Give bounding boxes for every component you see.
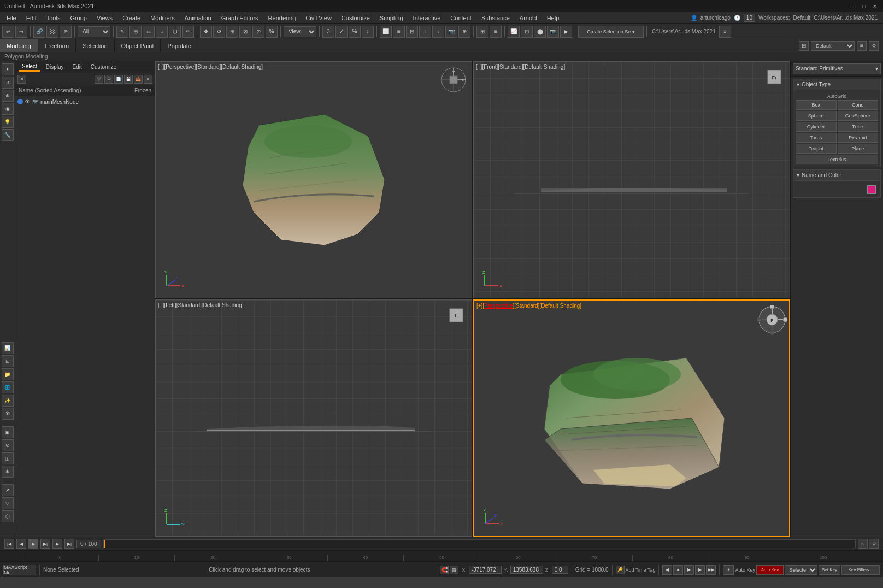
menu-create[interactable]: Create (118, 14, 145, 22)
create-sel-set[interactable]: Create Selection Se ▾ (578, 26, 644, 38)
obj-btn-sphere[interactable]: Sphere (796, 111, 837, 121)
viewport-layout-select[interactable]: View (284, 26, 316, 37)
menu-customize[interactable]: Customize (337, 14, 374, 22)
obj-btn-plane[interactable]: Plane (838, 144, 879, 154)
snap-spinner[interactable]: ↕ (362, 26, 374, 38)
filter-icon[interactable]: ▽ (2, 497, 14, 509)
color-swatch[interactable] (867, 185, 876, 194)
play-btn2[interactable]: ▶ (684, 565, 694, 575)
menu-modifiers[interactable]: Modifiers (146, 14, 179, 22)
tab-populate[interactable]: Populate (161, 39, 198, 52)
menu-animation[interactable]: Animation (180, 14, 216, 22)
obj-btn-cone[interactable]: Cone (838, 100, 879, 110)
scene-settings-btn[interactable]: ⚙ (104, 75, 113, 84)
time-config-btn[interactable]: ⚙ (869, 539, 879, 549)
stack-display[interactable]: ⊞ (799, 41, 809, 51)
rp-section-header-name-color[interactable]: ▾ Name and Color (793, 170, 880, 181)
circular-select[interactable]: ○ (156, 26, 168, 38)
rotate-button[interactable]: ↺ (213, 26, 225, 38)
percent-snap[interactable]: % (266, 26, 278, 38)
render-setup[interactable]: 📷 (547, 26, 559, 38)
prev-key-btn2[interactable]: ◀ (662, 565, 672, 575)
undo-button[interactable]: ↩ (2, 26, 14, 38)
viewport-left-bottom-left[interactable]: [+][Left][Standard][Default Shading] L (155, 299, 472, 537)
stop-btn[interactable]: ■ (673, 565, 683, 575)
coord-y[interactable]: 13583.638 (510, 566, 543, 574)
scene-tab-edit[interactable]: Edit (69, 63, 85, 71)
clone-icon[interactable]: ⬡ (2, 510, 14, 522)
menu-rendering[interactable]: Rendering (264, 14, 301, 22)
select-by-name[interactable]: ⊞ (129, 26, 142, 38)
obj-btn-teapot[interactable]: Teapot (796, 144, 837, 154)
scene-tab-customize[interactable]: Customize (87, 63, 120, 71)
key-filters-btn[interactable]: Key Filters... (841, 565, 880, 575)
play-all-btn2[interactable]: ▶▶ (706, 565, 716, 575)
place-button[interactable]: ⊠ (239, 26, 251, 38)
freeze-icon[interactable]: ❄ (2, 466, 14, 478)
set-flow-dropdown[interactable]: Default (811, 41, 855, 51)
minimize-button[interactable]: — (849, 2, 857, 10)
obj-btn-torus[interactable]: Torus (796, 133, 837, 143)
quick-align[interactable]: ⊟ (406, 26, 418, 38)
scene-new-btn[interactable]: 📄 (114, 75, 123, 84)
next-frame-btn[interactable]: ▶ (52, 539, 62, 549)
isolate-icon[interactable]: ⊙ (2, 439, 14, 451)
maximize-button[interactable]: □ (860, 2, 868, 10)
key-mode-btn[interactable]: K (858, 539, 868, 549)
viewport-perspective-top-left[interactable]: [+][Perspective][Standard][Default Shadi… (155, 61, 472, 298)
tab-selection[interactable]: Selection (76, 39, 114, 52)
key-icon[interactable]: 🔑 (616, 566, 625, 574)
set-key-btn[interactable]: Set Key (819, 565, 840, 575)
environment-icon[interactable]: 🌐 (2, 381, 14, 393)
menu-graph-editors[interactable]: Graph Editors (217, 14, 263, 22)
maxscript-mini[interactable]: MAXScript Mi... (3, 565, 36, 575)
rp-section-header-object-type[interactable]: ▾ Object Type (793, 79, 880, 90)
menu-edit[interactable]: Edit (22, 14, 41, 22)
show-ribbon[interactable]: ≡ (857, 41, 867, 51)
go-to-start-btn[interactable]: |◀ (4, 539, 14, 549)
align-to-view[interactable]: ⊕ (458, 26, 470, 38)
selected-dropdown[interactable]: Selected (785, 565, 817, 575)
track-view-icon[interactable]: 📊 (2, 342, 14, 354)
lasso-select[interactable]: ✏ (182, 26, 194, 38)
display-panel-icon[interactable]: 💡 (2, 116, 14, 128)
curve-editor[interactable]: 📈 (508, 26, 520, 38)
material-editor[interactable]: ⬤ (534, 26, 546, 38)
play-all-btn[interactable]: ▶| (40, 539, 50, 549)
go-to-end-btn[interactable]: ▶| (64, 539, 74, 549)
asset-browser-icon[interactable]: 📁 (2, 368, 14, 380)
snap-angle[interactable]: ∠ (335, 26, 348, 38)
grid-snap-icon[interactable]: ⊞ (450, 566, 458, 574)
obj-btn-cylinder[interactable]: Cylinder (796, 122, 837, 132)
filter-dropdown[interactable]: All (78, 26, 110, 37)
scene-tab-select[interactable]: Select (19, 62, 40, 72)
coord-z[interactable]: 0.0 (552, 566, 568, 574)
workspace-val[interactable]: Default (793, 15, 811, 21)
scale-button[interactable]: ⊞ (226, 26, 238, 38)
scene-more-btn[interactable]: » (144, 75, 152, 84)
obj-btn-textplus[interactable]: TextPlus (796, 155, 878, 164)
customize-ribbon[interactable]: ⚙ (869, 41, 879, 51)
xform-icon[interactable]: ↗ (2, 484, 14, 496)
redo-button[interactable]: ↪ (15, 26, 27, 38)
schematic-icon[interactable]: ⊡ (2, 355, 14, 367)
menu-file[interactable]: File (2, 14, 21, 22)
menu-substance[interactable]: Substance (477, 14, 514, 22)
create-panel-icon[interactable]: ✦ (2, 63, 14, 75)
link-button[interactable]: 🔗 (33, 26, 45, 38)
scene-close-btn[interactable]: ✕ (17, 75, 26, 84)
scene-item-mesh[interactable]: 👁 📷 mainMeshNode (15, 96, 155, 107)
select-button[interactable]: ↖ (116, 26, 128, 38)
ribbon-button[interactable]: ≡ (490, 26, 502, 38)
scene-save-btn[interactable]: 💾 (124, 75, 133, 84)
hide-icon[interactable]: ◫ (2, 452, 14, 464)
modify-panel-icon[interactable]: ⊿ (2, 77, 14, 89)
fence-select[interactable]: ⬡ (169, 26, 181, 38)
add-key-btn[interactable]: + (723, 565, 734, 575)
coord-x[interactable]: -3717.072 (469, 566, 502, 574)
viewport-perspective-active[interactable]: [+][Perspective][Standard][Default Shadi… (473, 299, 790, 537)
schematic-view[interactable]: ⊡ (521, 26, 533, 38)
menu-content[interactable]: Content (446, 14, 476, 22)
nav-cube-bl[interactable]: L (445, 304, 467, 327)
menu-civil-view[interactable]: Civil View (301, 14, 335, 22)
